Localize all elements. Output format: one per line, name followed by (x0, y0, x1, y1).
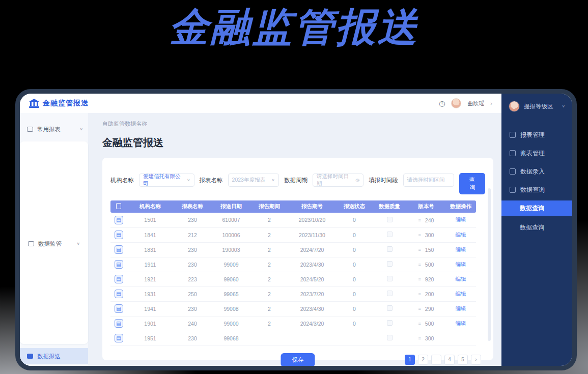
version-value: 500 (425, 262, 434, 268)
checkbox[interactable] (387, 232, 393, 237)
org-cell: 1831 (127, 242, 174, 257)
checkbox[interactable] (387, 261, 393, 267)
filter-report-select[interactable]: 2023年度报表 ∨ (228, 174, 279, 187)
sidebar-item[interactable]: 数据报送 (20, 348, 88, 364)
drag-handle-icon[interactable]: ≡ (418, 292, 421, 297)
date-cell: 99008 (211, 301, 251, 316)
panel-nav-label: 数据查询 (520, 204, 544, 213)
next-page-button[interactable]: › (471, 355, 481, 365)
report-icon[interactable]: ▤ (115, 231, 123, 239)
panel-nav-item[interactable]: 报表管理 (501, 127, 572, 142)
version-cell: ≡500 (407, 316, 445, 331)
version-cell: ≡200 (407, 286, 445, 301)
query-button[interactable]: 查询 (459, 173, 485, 194)
sidebar-item[interactable]: 常用报表∨ (20, 121, 88, 137)
report-icon[interactable]: ▤ (115, 275, 123, 283)
chevron-down-icon: ∨ (187, 178, 190, 182)
edit-link[interactable]: 编辑 (456, 216, 466, 222)
row-icon-cell: ▤ (110, 257, 127, 272)
period-no-cell: 2023/10/20 (288, 213, 337, 227)
panel-nav-item[interactable]: 数据查询 (501, 182, 572, 197)
checkbox[interactable] (387, 335, 393, 340)
filter-range-input[interactable]: 请选择时间区间 (403, 174, 454, 187)
filter-bar: 机构名称 爱建信托有限公司 ∨ 报表名称 2023年度报表 ∨ 数据周期 (110, 166, 485, 194)
row-icon-cell: ▤ (110, 301, 127, 316)
app-window: 金融监管报送 ◷ 曲欣瑶 › 常用报表∨数据监管∨数据报送结果报表 自助监管数据… (20, 94, 572, 366)
edit-link[interactable]: 编辑 (456, 320, 466, 326)
filter-org-value: 爱建信托有限公司 (143, 173, 184, 187)
table-header-cell: 版本号 (407, 200, 445, 213)
chevron-right-icon[interactable]: › (490, 100, 492, 106)
version-wrap: ≡500 (418, 262, 434, 268)
version-wrap: ≡290 (418, 306, 434, 312)
edit-link[interactable]: 编辑 (456, 261, 466, 267)
drag-handle-icon[interactable]: ≡ (418, 306, 421, 311)
filter-report-label: 报表名称 (200, 177, 223, 184)
report-icon[interactable]: ▤ (115, 245, 123, 254)
edit-link[interactable]: 编辑 (456, 291, 466, 297)
version-value: 920 (425, 276, 434, 282)
drag-handle-icon[interactable]: ≡ (418, 336, 421, 341)
page-button[interactable]: 4 (444, 355, 455, 365)
drag-handle-icon[interactable]: ≡ (418, 277, 421, 282)
time-icon: ◷ (355, 178, 359, 182)
report-icon[interactable]: ▤ (115, 304, 123, 313)
page-button[interactable]: — (431, 355, 441, 365)
period-no-cell: 2024/5/20 (288, 272, 337, 286)
checkbox[interactable] (387, 276, 393, 281)
report-icon[interactable]: ▤ (115, 290, 123, 298)
page-button[interactable]: 5 (458, 355, 468, 365)
report-icon[interactable]: ▤ (115, 216, 123, 224)
drag-handle-icon[interactable]: ≡ (418, 233, 421, 238)
clock-icon[interactable]: ◷ (439, 99, 445, 107)
panel-nav-item[interactable]: 数据录入 (501, 164, 572, 179)
user-avatar[interactable] (451, 98, 461, 108)
menu-icon (510, 150, 516, 156)
edit-link[interactable]: 编辑 (456, 276, 466, 282)
panel-user-row[interactable]: 提报等级区 ∨ (501, 99, 572, 114)
checkbox[interactable] (387, 291, 393, 296)
panel-nav-item[interactable]: 数据查询 (501, 200, 572, 216)
report-cell: 240 (174, 316, 211, 331)
row-icon-cell: ▤ (110, 316, 127, 331)
quality-cell (372, 272, 407, 286)
drag-handle-icon[interactable]: ≡ (418, 262, 421, 267)
action-cell: 编辑 (445, 272, 476, 286)
checkbox[interactable] (387, 246, 393, 252)
panel-nav-item[interactable]: 数据查询 (501, 220, 572, 235)
version-wrap: ≡240 (418, 217, 434, 223)
page-button[interactable]: 2 (418, 355, 428, 365)
version-wrap: ≡200 (418, 291, 434, 297)
checkbox[interactable] (387, 217, 393, 222)
edit-link[interactable]: 编辑 (456, 232, 466, 238)
chevron-down-icon: ∨ (271, 178, 275, 182)
sidebar-item[interactable]: 数据监管∨ (20, 141, 88, 344)
bank-logo-icon (29, 99, 39, 108)
status-cell: 0 (337, 316, 372, 331)
panel-nav-item[interactable]: 账表管理 (501, 146, 572, 161)
checkbox[interactable] (387, 305, 393, 311)
report-cell: 230 (174, 213, 211, 227)
edit-link[interactable]: 编辑 (456, 246, 466, 252)
version-wrap: ≡920 (418, 276, 434, 282)
data-card: 机构名称 爱建信托有限公司 ∨ 报表名称 2023年度报表 ∨ 数据周期 (102, 158, 493, 360)
drag-handle-icon[interactable]: ≡ (418, 321, 421, 326)
drag-handle-icon[interactable]: ≡ (418, 247, 421, 252)
drag-handle-icon[interactable]: ≡ (418, 218, 421, 223)
app-logo[interactable]: 金融监管报送 (29, 99, 89, 108)
filter-cycle-picker[interactable]: 请选择时间日期 ◷ (313, 174, 363, 187)
period-no-cell: 2023/4/30 (288, 257, 337, 272)
report-icon[interactable]: ▤ (115, 319, 123, 328)
save-button[interactable]: 保存 (281, 353, 315, 366)
checkbox[interactable] (387, 320, 393, 326)
action-cell: 编辑 (445, 227, 476, 242)
report-icon[interactable]: ▤ (115, 334, 123, 342)
version-cell: ≡240 (407, 213, 445, 227)
version-cell: ≡920 (407, 272, 445, 286)
table-scrollbar[interactable] (488, 188, 491, 341)
edit-link[interactable]: 编辑 (456, 305, 466, 311)
page-button[interactable]: 1 (405, 355, 415, 365)
filter-org-select[interactable]: 爱建信托有限公司 ∨ (139, 174, 194, 187)
main-content: 自助监管数据名称 金融监管报送 机构名称 爱建信托有限公司 ∨ 报表名称 202… (88, 113, 501, 366)
report-icon[interactable]: ▤ (115, 260, 123, 269)
